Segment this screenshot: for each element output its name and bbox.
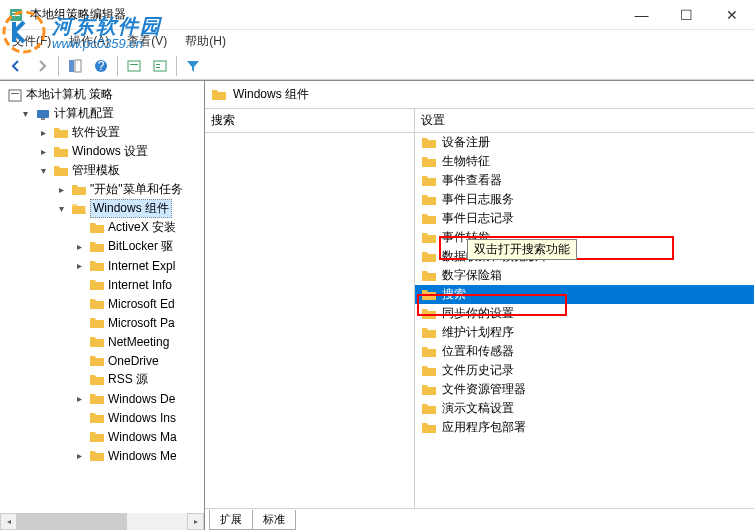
setting-data-collection[interactable]: 数据收集和预览版本 [415, 247, 754, 266]
tab-extended[interactable]: 扩展 [209, 510, 253, 530]
tooltip: 双击打开搜索功能 [467, 239, 577, 260]
description-header: 搜索 [205, 109, 414, 133]
setting-sync[interactable]: 同步你的设置 [415, 304, 754, 323]
description-column: 搜索 [205, 109, 415, 508]
folder-icon [211, 87, 227, 103]
tree-toggle-icon[interactable]: ▸ [36, 145, 50, 159]
setting-presentation[interactable]: 演示文稿设置 [415, 399, 754, 418]
setting-event-forwarding[interactable]: 事件转发 [415, 228, 754, 247]
svg-rect-4 [69, 60, 74, 72]
tree-toggle-icon[interactable]: ▸ [36, 126, 50, 140]
tree-start-menu[interactable]: ▸"开始"菜单和任务 [0, 180, 204, 199]
tree-toggle-icon[interactable]: ▸ [54, 183, 68, 197]
tree-iis[interactable]: Internet Info [0, 275, 204, 294]
menu-help[interactable]: 帮助(H) [177, 31, 234, 52]
setting-file-history[interactable]: 文件历史记录 [415, 361, 754, 380]
tree-computer-config[interactable]: ▾计算机配置 [0, 104, 204, 123]
tree-root[interactable]: 本地计算机 策略 [0, 85, 204, 104]
tree-rss[interactable]: RSS 源 [0, 370, 204, 389]
window-title: 本地组策略编辑器 [30, 6, 126, 23]
svg-rect-12 [156, 67, 160, 68]
main-area: 本地计算机 策略 ▾计算机配置 ▸软件设置 ▸Windows 设置 ▾管理模板 … [0, 80, 754, 530]
tree-scrollbar-h[interactable]: ◂ ▸ [0, 513, 204, 530]
tree-windows-ma[interactable]: Windows Ma [0, 427, 204, 446]
scroll-left-button[interactable]: ◂ [0, 513, 17, 530]
tool-help-button[interactable]: ? [89, 54, 113, 78]
setting-maintenance[interactable]: 维护计划程序 [415, 323, 754, 342]
tree-edge[interactable]: Microsoft Ed [0, 294, 204, 313]
tree-bitlocker[interactable]: ▸BitLocker 驱 [0, 237, 204, 256]
toolbar-separator [117, 56, 118, 76]
svg-rect-3 [12, 15, 20, 16]
tree-windows-de[interactable]: ▸Windows De [0, 389, 204, 408]
toolbar: ? [0, 52, 754, 80]
setting-event-log-service[interactable]: 事件日志服务 [415, 190, 754, 209]
setting-app-deployment[interactable]: 应用程序包部署 [415, 418, 754, 437]
setting-location-sensors[interactable]: 位置和传感器 [415, 342, 754, 361]
svg-rect-11 [156, 64, 160, 65]
svg-rect-9 [130, 64, 138, 65]
app-icon [8, 7, 24, 23]
svg-rect-16 [41, 118, 45, 120]
tool-filter-button[interactable] [181, 54, 205, 78]
tree-toggle-icon[interactable]: ▾ [54, 202, 68, 216]
svg-rect-5 [75, 60, 81, 72]
tool-g1-button[interactable] [122, 54, 146, 78]
menu-file[interactable]: 文件(F) [4, 31, 59, 52]
setting-file-explorer[interactable]: 文件资源管理器 [415, 380, 754, 399]
menu-view[interactable]: 查看(V) [119, 31, 175, 52]
tree-pane: 本地计算机 策略 ▾计算机配置 ▸软件设置 ▸Windows 设置 ▾管理模板 … [0, 81, 205, 530]
toolbar-separator [58, 56, 59, 76]
forward-button[interactable] [30, 54, 54, 78]
setting-search[interactable]: 搜索 [415, 285, 754, 304]
tree-toggle-icon[interactable]: ▸ [72, 392, 86, 406]
tree-netmeeting[interactable]: NetMeeting [0, 332, 204, 351]
tree-passport[interactable]: Microsoft Pa [0, 313, 204, 332]
svg-text:?: ? [98, 59, 105, 73]
back-button[interactable] [4, 54, 28, 78]
settings-header[interactable]: 设置 [415, 109, 754, 133]
svg-rect-8 [128, 61, 140, 71]
tool-g2-button[interactable] [148, 54, 172, 78]
scroll-right-button[interactable]: ▸ [187, 513, 204, 530]
setting-digital-locker[interactable]: 数字保险箱 [415, 266, 754, 285]
svg-rect-14 [11, 93, 19, 94]
content-title: Windows 组件 [233, 86, 309, 103]
tree-windows-components[interactable]: ▾Windows 组件 [0, 199, 204, 218]
svg-rect-2 [12, 12, 20, 13]
tree-windows-me[interactable]: ▸Windows Me [0, 446, 204, 465]
tree-toggle-icon[interactable]: ▾ [18, 107, 32, 121]
tree-windows-ins[interactable]: Windows Ins [0, 408, 204, 427]
minimize-button[interactable]: — [619, 0, 664, 29]
toolbar-separator [176, 56, 177, 76]
maximize-button[interactable]: ☐ [664, 0, 709, 29]
tabs: 扩展 标准 [205, 508, 754, 530]
tool-scope-button[interactable] [63, 54, 87, 78]
content-header: Windows 组件 [205, 81, 754, 109]
tree-activex[interactable]: ActiveX 安装 [0, 218, 204, 237]
tree-toggle-icon[interactable]: ▸ [72, 449, 86, 463]
menubar: 文件(F) 操作(A) 查看(V) 帮助(H) [0, 30, 754, 52]
setting-biometrics[interactable]: 生物特征 [415, 152, 754, 171]
tab-standard[interactable]: 标准 [252, 510, 296, 530]
setting-event-logging[interactable]: 事件日志记录 [415, 209, 754, 228]
tree-onedrive[interactable]: OneDrive [0, 351, 204, 370]
titlebar: 本地组策略编辑器 — ☐ ✕ [0, 0, 754, 30]
tree-admin-templates[interactable]: ▾管理模板 [0, 161, 204, 180]
tree-toggle-icon[interactable]: ▸ [72, 259, 86, 273]
tree-toggle-icon[interactable]: ▸ [72, 240, 86, 254]
content-pane: Windows 组件 搜索 设置 设备注册 生物特征 事件查看器 事件日志服务 … [205, 81, 754, 530]
menu-action[interactable]: 操作(A) [61, 31, 117, 52]
svg-rect-10 [154, 61, 166, 71]
settings-column: 设置 设备注册 生物特征 事件查看器 事件日志服务 事件日志记录 事件转发 数据… [415, 109, 754, 508]
svg-rect-13 [9, 90, 21, 101]
tree-software-settings[interactable]: ▸软件设置 [0, 123, 204, 142]
close-button[interactable]: ✕ [709, 0, 754, 29]
setting-device-registration[interactable]: 设备注册 [415, 133, 754, 152]
svg-rect-15 [37, 110, 49, 118]
tree-toggle-icon[interactable]: ▾ [36, 164, 50, 178]
scroll-thumb[interactable] [17, 513, 127, 530]
setting-event-viewer[interactable]: 事件查看器 [415, 171, 754, 190]
tree-windows-settings[interactable]: ▸Windows 设置 [0, 142, 204, 161]
tree-ie[interactable]: ▸Internet Expl [0, 256, 204, 275]
